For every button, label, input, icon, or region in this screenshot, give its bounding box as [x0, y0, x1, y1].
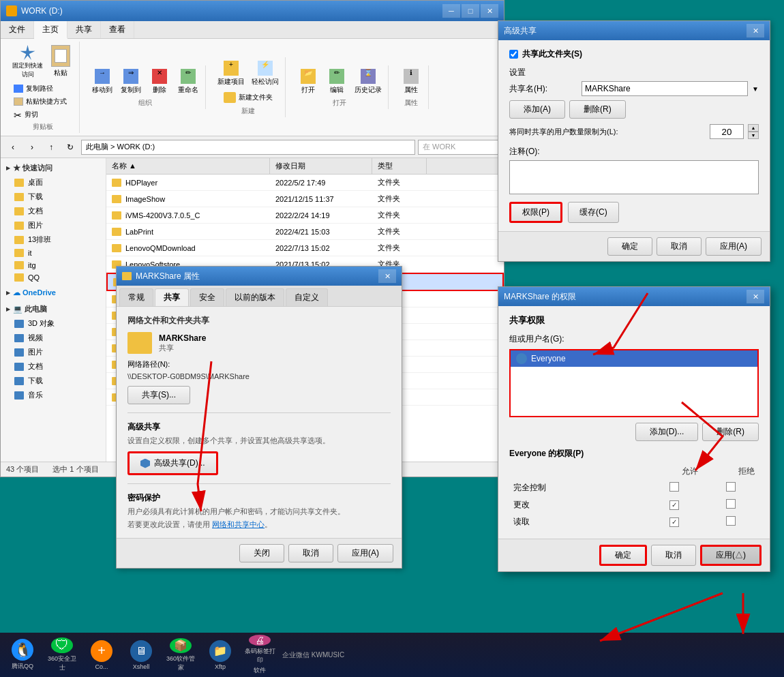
tab-home[interactable]: 主页	[34, 21, 67, 39]
apply-button-props[interactable]: 应用(A)	[337, 544, 393, 562]
perms-close-button[interactable]: ✕	[747, 290, 764, 303]
add-perm-button[interactable]: 添加(D)...	[635, 423, 699, 441]
sidebar-item-pics[interactable]: 图片	[1, 218, 106, 232]
taskbar-360[interactable]: 🛡 360安全卫士	[45, 638, 79, 672]
sidebar-item-itg[interactable]: itg	[1, 259, 106, 271]
share-button[interactable]: 共享(S)...	[127, 386, 190, 404]
share-checkbox[interactable]	[509, 50, 518, 59]
taskbar-xshell[interactable]: 🖥 Xshell	[124, 638, 158, 672]
tab-custom[interactable]: 自定义	[286, 288, 328, 306]
col-name[interactable]: 名称 ▲	[106, 158, 270, 174]
cut-button[interactable]: ✂ 剪切	[10, 108, 75, 121]
tab-view[interactable]: 查看	[101, 21, 134, 38]
new-folder-button[interactable]: 新建文件夹	[219, 90, 277, 105]
cache-button[interactable]: 缓存(C)	[568, 202, 619, 223]
notes-textarea[interactable]	[509, 160, 759, 194]
perm-read-deny-checkbox[interactable]	[726, 516, 736, 526]
open-button[interactable]: 📂 打开	[295, 67, 321, 97]
sidebar-item-3d[interactable]: 3D 对象	[1, 316, 106, 331]
properties-button[interactable]: ℹ 属性	[398, 67, 424, 97]
perm-change-allow-checkbox[interactable]	[669, 500, 679, 510]
search-field[interactable]: 在 WORK	[418, 140, 500, 155]
permissions-button[interactable]: 权限(P)	[509, 202, 562, 223]
perm-full-deny-checkbox[interactable]	[726, 482, 736, 492]
perm-full-allow-checkbox[interactable]	[669, 482, 679, 492]
paste-button[interactable]: 粘贴	[46, 43, 75, 81]
col-date[interactable]: 修改日期	[270, 158, 372, 174]
perms-cancel-button[interactable]: 取消	[651, 545, 696, 566]
tab-file[interactable]: 文件	[1, 21, 34, 38]
file-row-labprint[interactable]: LabPrint 2022/4/21 15:03 文件夹	[106, 224, 504, 240]
move-to-button[interactable]: → 移动到	[89, 67, 115, 97]
refresh-button[interactable]: ↻	[62, 140, 78, 155]
address-field[interactable]: 此电脑 > WORK (D:)	[81, 140, 415, 155]
add-share-button[interactable]: 添加(A)	[509, 100, 565, 119]
back-button[interactable]: ‹	[5, 140, 21, 155]
advanced-close-button[interactable]: ✕	[747, 24, 764, 37]
rename-button[interactable]: ✏ 重命名	[175, 67, 201, 97]
remove-share-button[interactable]: 删除(R)	[569, 100, 626, 119]
taskbar-qq[interactable]: 🐧 腾讯QQ	[5, 638, 40, 672]
sidebar-item-video[interactable]: 视频	[1, 331, 106, 345]
sidebar-item-it[interactable]: it	[1, 247, 106, 259]
easy-access-button[interactable]: ⚡ 轻松访问	[250, 59, 281, 89]
sidebar-item-docs[interactable]: 文档	[1, 204, 106, 218]
tab-general[interactable]: 常规	[119, 288, 153, 306]
sidebar-item-qq[interactable]: QQ	[1, 271, 106, 284]
onedrive-header[interactable]: ▸ ☁ OneDrive	[1, 286, 106, 299]
forward-button[interactable]: ›	[24, 140, 40, 155]
copy-path-button[interactable]: 复制路径	[10, 82, 75, 95]
tab-share[interactable]: 共享	[67, 21, 101, 38]
properties-close-button[interactable]: ✕	[378, 269, 396, 283]
sidebar-item-downloads[interactable]: 下载	[1, 190, 106, 204]
perms-apply-button[interactable]: 应用(△)	[700, 545, 762, 566]
col-type[interactable]: 类型	[372, 158, 427, 174]
adv-apply-button[interactable]: 应用(A)	[706, 237, 762, 256]
close-button[interactable]: ✕	[481, 4, 498, 18]
share-name-input[interactable]	[582, 81, 748, 96]
tab-share-props[interactable]: 共享	[155, 288, 189, 306]
taskbar-co[interactable]: + Co...	[85, 638, 119, 672]
adv-cancel-button[interactable]: 取消	[657, 237, 702, 256]
minimize-button[interactable]: ─	[442, 4, 460, 18]
file-row-hdplayer[interactable]: HDPlayer 2022/5/2 17:49 文件夹	[106, 175, 504, 191]
cancel-button-props[interactable]: 取消	[288, 544, 333, 562]
perms-ok-button[interactable]: 确定	[599, 545, 647, 566]
taskbar-xftp[interactable]: 📁 Xftp	[203, 638, 237, 672]
sidebar-item-documents[interactable]: 文档	[1, 359, 106, 374]
limit-input[interactable]	[710, 124, 744, 139]
sidebar-item-13[interactable]: 13排班	[1, 232, 106, 247]
copy-to-button[interactable]: ⇒ 复制到	[118, 67, 144, 97]
sidebar-item-music[interactable]: 音乐	[1, 388, 106, 402]
tab-security[interactable]: 安全	[190, 288, 224, 306]
advanced-share-button[interactable]: 高级共享(D)...	[127, 451, 218, 475]
delete-button[interactable]: ✕ 删除	[147, 67, 172, 97]
spin-up-button[interactable]: ▲	[748, 124, 759, 132]
edit-button[interactable]: ✏ 编辑	[324, 67, 350, 97]
spin-down-button[interactable]: ▼	[748, 132, 759, 139]
taskbar-360sw[interactable]: 📦 360软件管家	[164, 638, 198, 672]
sidebar-item-dl[interactable]: 下载	[1, 374, 106, 388]
history-button[interactable]: ⌛ 历史记录	[352, 67, 384, 97]
close-button-props[interactable]: 关闭	[239, 544, 284, 562]
pin-button[interactable]: 固定到快速 访问	[10, 43, 45, 81]
sidebar-item-desktop[interactable]: 桌面	[1, 175, 106, 190]
file-row-ivms[interactable]: iVMS-4200V3.7.0.5_C 2022/2/24 14:19 文件夹	[106, 207, 504, 224]
taskbar-barcode[interactable]: 🖨 条码标签打印 软件	[243, 638, 277, 672]
maximize-button[interactable]: □	[462, 4, 479, 18]
paste-shortcut-button[interactable]: 粘贴快捷方式	[10, 95, 75, 108]
network-center-link[interactable]: 网络和共享中心	[212, 520, 265, 528]
remove-perm-button[interactable]: 删除(R)	[702, 423, 759, 441]
this-pc-header[interactable]: ▸ 💻 此电脑	[1, 302, 106, 316]
sidebar-item-pictures[interactable]: 图片	[1, 345, 106, 359]
up-button[interactable]: ↑	[43, 140, 59, 155]
quick-access-header[interactable]: ▸ ★ 快速访问	[1, 161, 106, 175]
adv-ok-button[interactable]: 确定	[607, 237, 652, 256]
new-item-button[interactable]: + 新建项目	[215, 59, 247, 89]
file-row-lenovo-qm[interactable]: LenovoQMDownload 2022/7/13 15:02 文件夹	[106, 240, 504, 256]
perm-change-deny-checkbox[interactable]	[726, 499, 736, 509]
file-row-imageshow[interactable]: ImageShow 2021/12/15 11:37 文件夹	[106, 191, 504, 207]
perms-everyone-item[interactable]: Everyone	[511, 350, 757, 367]
tab-previous[interactable]: 以前的版本	[226, 288, 284, 306]
perm-read-allow-checkbox[interactable]	[669, 517, 679, 527]
